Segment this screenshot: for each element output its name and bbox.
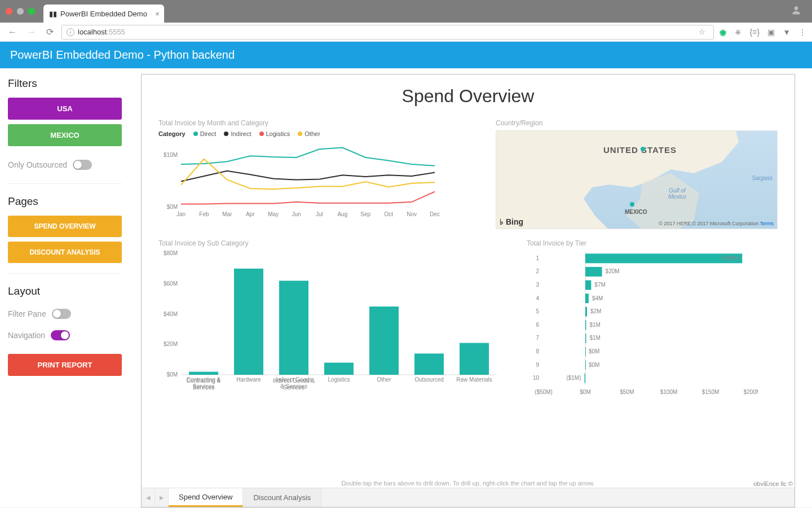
page-spend-overview-button[interactable]: SPEND OVERVIEW [8,216,122,237]
map-label-us: UNITED STATES [603,145,677,155]
svg-text:($50M): ($50M) [535,389,553,395]
legend-item[interactable]: Other [298,130,320,137]
info-icon[interactable]: i [67,28,74,36]
print-report-button[interactable]: PRINT REPORT [8,354,122,376]
filter-usa-button[interactable]: USA [8,98,122,120]
back-icon[interactable]: ← [6,26,19,38]
svg-text:$0M: $0M [167,371,178,378]
forward-icon: → [25,26,38,38]
svg-point-0 [795,6,798,10]
toggle-outsourced-row: Only Outsourced [8,156,122,173]
minimize-window-icon[interactable] [17,8,24,15]
map-point-mexico[interactable] [630,202,634,207]
toggle-outsourced-label: Only Outsourced [8,160,67,169]
svg-rect-54 [585,307,587,317]
bing-logo: ♭ Bing [500,217,523,226]
svg-text:Oct: Oct [384,211,393,217]
page-discount-analysis-button[interactable]: DISCOUNT ANALYSIS [8,242,122,263]
grammarly-icon[interactable]: ◉ [720,28,726,37]
toggle-filterpane[interactable] [52,309,71,319]
svg-text:8: 8 [536,348,539,354]
svg-text:$60M: $60M [164,281,178,287]
svg-text:$10M: $10M [164,152,178,158]
svg-text:Dec: Dec [430,211,440,217]
reload-icon[interactable]: ⟳ [44,25,56,38]
map-label-gulf: Gulf of Mexico [668,187,686,200]
user-icon[interactable] [791,5,802,18]
browser-tab[interactable]: ▮▮ PowerBI Embedded Demo × [43,5,164,23]
svg-text:Jul: Jul [316,211,323,217]
svg-text:($1M): ($1M) [566,375,581,381]
filter-mexico-button[interactable]: MEXICO [8,124,122,146]
toggle-filterpane-label: Filter Pane [8,309,46,318]
tab-spend-overview[interactable]: Spend Overview [169,488,243,507]
ext-icon-2[interactable]: ▣ [767,28,775,37]
tier-chart[interactable]: Total Invoice by Tier 1$188M2$20M3$7M4$4… [527,239,778,400]
ext-icon-1[interactable]: {=} [750,28,760,37]
svg-rect-25 [279,281,308,375]
divider [8,273,122,274]
svg-text:Mar: Mar [222,211,232,217]
tab-discount-analysis[interactable]: Discount Analysis [243,488,321,507]
svg-text:Nov: Nov [407,211,417,217]
svg-text:$100M: $100M [660,389,678,395]
close-tab-icon[interactable]: × [155,10,160,18]
line-chart-svg: $0M$10MJanFebMarAprMayJunJulAugSepOctNov… [158,141,440,220]
svg-text:$0M: $0M [589,362,599,368]
map-label-mexico: MEXICO [625,209,647,215]
url-input[interactable]: i localhost:5555 ☆ [61,25,714,40]
svg-text:$0M: $0M [580,389,590,395]
svg-text:$20M: $20M [164,341,178,347]
layout-heading: Layout [8,285,122,297]
drill-hint: Double-tap the bars above to drill down.… [142,480,795,487]
svg-text:$0M: $0M [589,348,599,354]
sidebar: Filters USA MEXICO Only Outsourced Pages… [0,68,130,507]
svg-text:9: 9 [536,362,539,368]
legend-item[interactable]: Logistics [259,130,290,137]
map-visual[interactable]: Country/Region UNITED STATES MEXICO Sarg… [496,119,778,229]
extension-icons: ◉ ⛯ {=} ▣ ▼ ⋮ [720,28,806,37]
svg-text:Contracting &: Contracting & [187,376,221,383]
toggle-navigation[interactable] [51,330,70,340]
legend-item[interactable]: Direct [193,130,217,137]
svg-text:Jan: Jan [176,211,186,217]
banner-title: PowerBI Embedded Demo - Python backend [10,49,235,61]
svg-text:4: 4 [536,295,539,301]
svg-text:Indirect Goods: Indirect Goods [275,376,312,383]
svg-text:$7M: $7M [594,282,605,288]
svg-text:Other: Other [377,376,391,383]
svg-text:Outsourced: Outsourced [414,376,444,383]
menu-icon[interactable]: ⋮ [798,28,806,37]
toggle-navigation-label: Navigation [8,331,45,340]
url-port: :5555 [107,28,125,36]
tab-title: PowerBI Embedded Demo [60,10,147,18]
line-chart[interactable]: Total Invoice by Month and Category Cate… [158,119,479,229]
toggle-outsourced[interactable] [73,160,92,170]
ext-icon-3[interactable]: ▼ [783,28,791,37]
svg-text:3: 3 [536,282,539,288]
shield-icon[interactable]: ⛯ [734,28,742,37]
svg-text:7: 7 [536,335,539,341]
map-point-us[interactable] [641,147,645,151]
bar-chart[interactable]: Total Invoice by Sub Category $0M$20M$40… [158,239,510,400]
svg-text:& Services: & Services [280,383,307,389]
line-chart-legend: Category DirectIndirectLogisticsOther [158,130,479,137]
map-box[interactable]: UNITED STATES MEXICO Sargass Gulf of Mex… [496,130,778,229]
close-window-icon[interactable] [6,8,12,15]
svg-rect-57 [585,320,586,330]
tab-prev-icon[interactable]: ◀ [142,488,155,507]
map-terms-link[interactable]: Terms [760,221,774,226]
svg-text:$1M: $1M [589,335,600,341]
svg-text:Aug: Aug [337,211,347,217]
svg-text:Apr: Apr [246,211,255,217]
svg-rect-45 [585,267,602,277]
url-host: localhost [78,28,107,36]
legend-item[interactable]: Indirect [224,130,251,137]
maximize-window-icon[interactable] [28,8,35,15]
svg-text:$80M: $80M [164,251,178,256]
svg-text:Hardware: Hardware [236,376,261,383]
svg-text:5: 5 [536,308,539,314]
bookmark-star-icon[interactable]: ☆ [699,28,705,36]
browser-tab-bar: ▮▮ PowerBI Embedded Demo × [0,0,812,23]
tab-next-icon[interactable]: ▶ [155,488,169,507]
